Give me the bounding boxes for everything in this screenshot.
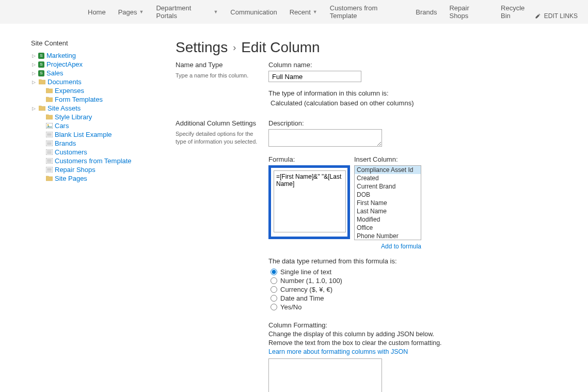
nav-item-customers-from-template[interactable]: Customers from Template	[330, 4, 404, 24]
tree-expander-icon[interactable]: ▷	[31, 106, 36, 111]
tree-item-expenses[interactable]: Expenses	[31, 86, 145, 95]
insert-column-option[interactable]: Created	[355, 174, 421, 182]
tree-item-label[interactable]: Documents	[47, 78, 82, 86]
radio-input[interactable]	[271, 295, 277, 302]
formula-textarea[interactable]	[274, 170, 346, 232]
column-formatting-json-textarea[interactable]	[268, 358, 382, 392]
tree-item-label[interactable]: Cars	[55, 122, 69, 130]
column-name-input[interactable]	[268, 71, 361, 82]
column-formatting-learn-link[interactable]: Learn more about formatting columns with…	[268, 348, 408, 355]
tree-item-label[interactable]: Site Assets	[47, 104, 81, 112]
tree-expander-icon[interactable]: ▷	[31, 71, 36, 76]
column-formatting-section: Column Formatting: Change the display of…	[268, 321, 527, 392]
tree-item-label[interactable]: Form Templates	[55, 96, 103, 103]
folder-icon	[45, 175, 53, 182]
tree-item-label[interactable]: Blank List Example	[55, 131, 112, 138]
tree-expander-icon[interactable]: ▷	[31, 80, 36, 85]
tree-item-label[interactable]: Site Pages	[55, 175, 87, 182]
insert-column-option[interactable]: DOB	[355, 191, 421, 199]
folder-icon	[38, 105, 45, 112]
nav-item-department-portals[interactable]: Department Portals▼	[156, 4, 218, 24]
radio-label: Currency ($, ¥, €)	[280, 286, 332, 293]
tree-item-label[interactable]: Marketing	[46, 52, 76, 59]
data-type-label: The data type returned from this formula…	[268, 257, 527, 265]
nav-item-recycle-bin[interactable]: Recycle Bin	[501, 4, 535, 24]
nav-item-brands[interactable]: Brands	[416, 8, 437, 20]
sidebar-title: Site Content	[31, 39, 145, 47]
svg-point-1	[47, 124, 49, 126]
tree-item-form-templates[interactable]: Form Templates	[31, 95, 145, 104]
tree-item-sales[interactable]: ▷SSales	[31, 69, 145, 77]
section-desc: Specify detailed options for the type of…	[176, 130, 258, 146]
nav-item-communication[interactable]: Communication	[230, 8, 277, 20]
tree-item-label[interactable]: Customers from Template	[55, 157, 132, 165]
insert-column-option[interactable]: Office	[355, 224, 421, 232]
tree-item-customers-from-template[interactable]: Customers from Template	[31, 156, 145, 165]
nav-item-recent[interactable]: Recent▼	[290, 8, 317, 20]
tree-item-label[interactable]: Sales	[46, 69, 63, 77]
tree-item-style-library[interactable]: Style Library	[31, 113, 145, 121]
data-type-radio-yesno[interactable]: Yes/No	[271, 303, 527, 311]
insert-column-listbox[interactable]: Compliance Asset IdCreatedCurrent BrandD…	[354, 165, 421, 240]
radio-input[interactable]	[271, 286, 277, 293]
nav-item-label: Department Portals	[156, 4, 211, 20]
tree-expander-icon[interactable]: ▷	[31, 53, 36, 58]
tree-item-site-pages[interactable]: Site Pages	[31, 174, 145, 183]
main-content: Settings › Edit Column Name and Type Typ…	[176, 39, 527, 392]
nav-item-home[interactable]: Home	[88, 8, 106, 20]
nav-item-repair-shops[interactable]: Repair Shops	[449, 4, 488, 24]
tree-item-label[interactable]: Customers	[55, 148, 87, 156]
data-type-radio-currency[interactable]: Currency ($, ¥, €)	[271, 286, 527, 293]
section-name-and-type: Name and Type Type a name for this colum…	[176, 61, 527, 107]
heading-settings[interactable]: Settings	[176, 39, 228, 56]
insert-column-option[interactable]: Current Brand	[355, 182, 421, 191]
column-formatting-sub2: Remove the text from the box to clear th…	[268, 339, 527, 348]
nav-item-pages[interactable]: Pages▼	[118, 8, 144, 20]
radio-label: Date and Time	[280, 294, 324, 302]
chevron-down-icon: ▼	[313, 9, 317, 14]
insert-column-option[interactable]: Compliance Asset Id	[355, 166, 421, 174]
column-name-label: Column name:	[268, 61, 527, 69]
radio-label: Yes/No	[280, 303, 301, 311]
tree-item-customers[interactable]: Customers	[31, 148, 145, 156]
tree-item-blank-list-example[interactable]: Blank List Example	[31, 130, 145, 139]
edit-links-button[interactable]: EDIT LINKS	[535, 12, 578, 24]
data-type-radio-number[interactable]: Number (1, 1.0, 100)	[271, 277, 527, 285]
breadcrumb-separator-icon: ›	[233, 42, 236, 53]
tree-item-label[interactable]: Repair Shops	[55, 166, 96, 174]
tree-item-brands[interactable]: Brands	[31, 139, 145, 148]
insert-column-option[interactable]: First Name	[355, 199, 421, 207]
tree-item-label[interactable]: ProjectApex	[46, 60, 83, 68]
add-to-formula-link[interactable]: Add to formula	[381, 243, 421, 250]
chevron-down-icon: ▼	[139, 9, 144, 14]
data-type-radio-date[interactable]: Date and Time	[271, 294, 527, 302]
tree-item-repair-shops[interactable]: Repair Shops	[31, 165, 145, 174]
section-additional-settings: Additional Column Settings Specify detai…	[176, 119, 527, 392]
radio-input[interactable]	[271, 277, 277, 284]
radio-input[interactable]	[271, 304, 277, 310]
radio-label: Number (1, 1.0, 100)	[280, 277, 342, 285]
tree-item-site-assets[interactable]: ▷Site Assets	[31, 104, 145, 113]
insert-column-option[interactable]: Last Name	[355, 207, 421, 215]
picture-library-icon	[45, 122, 53, 130]
tree-item-cars[interactable]: Cars	[31, 121, 145, 130]
radio-label: Single line of text	[280, 268, 331, 276]
tree-item-projectapex[interactable]: ▷SProjectApex	[31, 60, 145, 69]
tree-item-label[interactable]: Brands	[55, 139, 76, 147]
tree-item-label[interactable]: Expenses	[55, 87, 84, 95]
sharepoint-site-icon: S	[38, 53, 44, 59]
radio-input[interactable]	[271, 269, 277, 275]
formula-highlight-box	[268, 165, 350, 239]
tree-expander-icon[interactable]: ▷	[31, 62, 36, 67]
insert-column-option[interactable]: Phone Number	[355, 232, 421, 240]
nav-item-label: Recent	[290, 8, 311, 16]
insert-column-option[interactable]: Modified	[355, 215, 421, 224]
data-type-radio-single[interactable]: Single line of text	[271, 268, 527, 276]
description-textarea[interactable]	[268, 129, 382, 147]
list-icon	[45, 131, 53, 138]
tree-item-documents[interactable]: ▷Documents	[31, 77, 145, 86]
tree-item-label[interactable]: Style Library	[55, 113, 92, 121]
tree-item-marketing[interactable]: ▷SMarketing	[31, 51, 145, 60]
folder-icon	[45, 87, 53, 95]
type-info-label: The type of information in this column i…	[268, 89, 527, 97]
